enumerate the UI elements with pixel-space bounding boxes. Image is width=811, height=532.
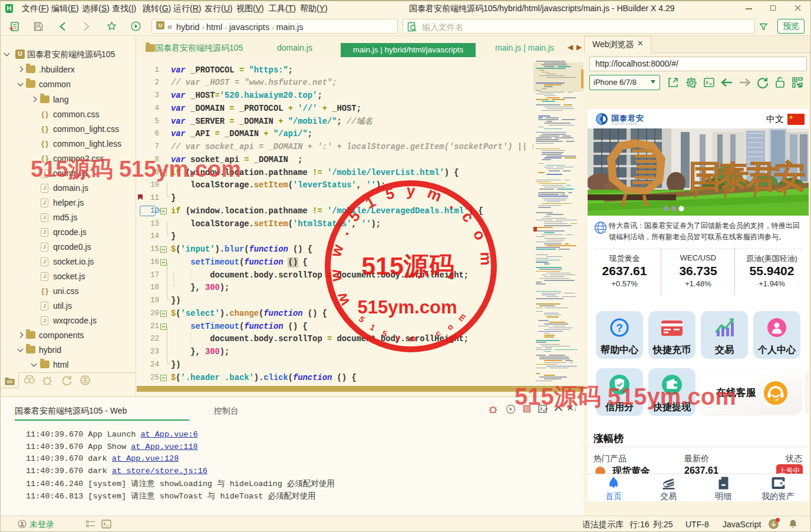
svg-text:?: ? xyxy=(616,322,623,334)
svg-text:515ym.com: 515ym.com xyxy=(358,297,457,318)
svg-text:515源码: 515源码 xyxy=(361,252,454,280)
svg-text:www.515ym.com: www.515ym.com xyxy=(326,181,495,309)
svg-text:国泰君安: 国泰君安 xyxy=(689,158,806,194)
